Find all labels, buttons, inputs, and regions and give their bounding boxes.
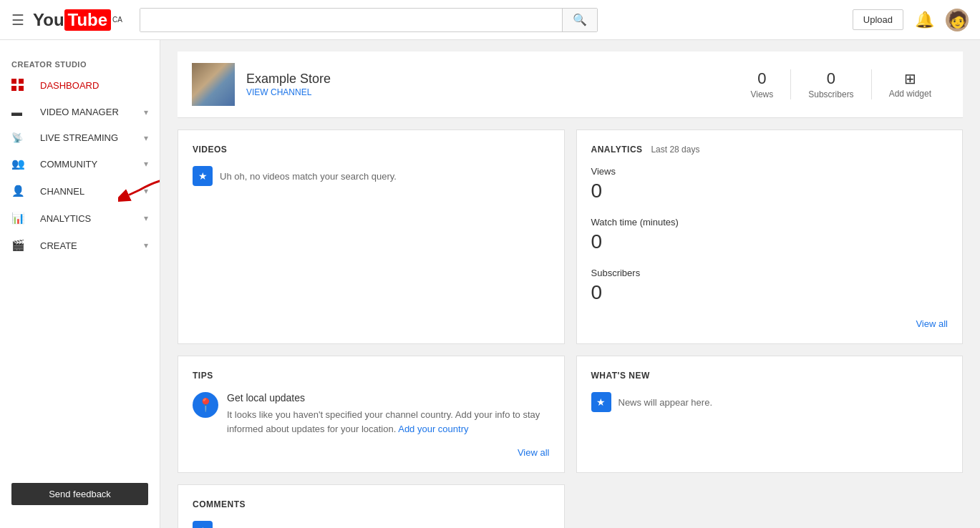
tips-avatar-icon: 📍: [193, 392, 218, 418]
dashboard-grid: VIDEOS ★ Uh oh, no videos match your sea…: [178, 129, 963, 528]
sidebar-item-create[interactable]: 🎬 CREATE ▾: [0, 232, 160, 259]
live-streaming-icon: 📡: [11, 132, 29, 143]
channel-name: Example Store: [246, 72, 733, 87]
analytics-views-value: 0: [591, 180, 949, 202]
dashboard-icon: [11, 79, 29, 92]
comments-star-icon: ★: [193, 521, 213, 528]
channel-stats: 0 Views 0 Subscribers ⊞ Add widget: [733, 69, 949, 99]
analytics-icon: 📊: [11, 212, 29, 225]
sidebar-item-community-label: COMMUNITY: [40, 159, 97, 170]
send-feedback-button[interactable]: Send feedback: [11, 483, 148, 505]
add-widget-button[interactable]: ⊞ Add widget: [872, 70, 949, 99]
tip-link[interactable]: Add your country: [398, 424, 468, 434]
views-stat: 0 Views: [733, 69, 791, 99]
sidebar-item-community[interactable]: 👥 COMMUNITY ▾: [0, 150, 160, 177]
chevron-down-icon: ▾: [144, 240, 148, 250]
views-count: 0: [750, 69, 773, 88]
views-label: Views: [750, 89, 773, 99]
comments-card-title: COMMENTS: [193, 499, 550, 509]
sidebar-item-analytics[interactable]: 📊 ANALYTICS ▾: [0, 205, 160, 232]
sidebar-item-video-manager[interactable]: ▬ VIDEO MANAGER ▾: [0, 99, 160, 125]
analytics-subscribers-stat: Subscribers 0: [591, 268, 949, 304]
whats-new-star-icon: ★: [591, 392, 611, 412]
hamburger-menu[interactable]: ☰: [11, 11, 24, 29]
add-widget-label: Add widget: [889, 89, 931, 99]
sidebar-item-create-label: CREATE: [40, 240, 77, 251]
sidebar-item-video-manager-label: VIDEO MANAGER: [40, 107, 119, 117]
subscribers-stat: 0 Subscribers: [791, 69, 871, 99]
analytics-views-stat: Views 0: [591, 166, 949, 202]
channel-icon: 👤: [11, 185, 29, 197]
whats-new-item: ★ News will appear here.: [591, 392, 949, 412]
videos-empty-message: ★ Uh oh, no videos match your search que…: [193, 166, 550, 186]
analytics-card: ANALYTICS Last 28 days Views 0 Watch tim…: [576, 129, 964, 344]
whats-new-card-title: WHAT'S NEW: [591, 371, 949, 381]
chevron-down-icon: ▾: [144, 186, 148, 196]
view-channel-link[interactable]: VIEW CHANNEL: [246, 87, 311, 97]
tips-view-all-link[interactable]: View all: [193, 447, 550, 458]
tip-title: Get local updates: [227, 392, 550, 404]
analytics-subtitle: Last 28 days: [651, 145, 699, 155]
tips-card: TIPS 📍 Get local updates It looks like y…: [178, 356, 565, 473]
community-icon: 👥: [11, 157, 29, 170]
whats-new-card: WHAT'S NEW ★ News will appear here.: [576, 356, 964, 473]
arrow-annotation: [118, 172, 160, 210]
analytics-views-label: Views: [591, 166, 949, 177]
create-icon: 🎬: [11, 239, 29, 252]
sidebar-item-channel[interactable]: 👤 CHANNEL ▾: [0, 177, 160, 205]
notifications-bell-icon[interactable]: 🔔: [915, 11, 934, 29]
analytics-watchtime-label: Watch time (minutes): [591, 217, 949, 228]
channel-info: Example Store VIEW CHANNEL: [246, 72, 733, 97]
analytics-watchtime-stat: Watch time (minutes) 0: [591, 217, 949, 253]
tips-item: 📍 Get local updates It looks like you ha…: [193, 392, 550, 436]
sidebar-item-dashboard-label: DASHBOARD: [40, 80, 99, 91]
sidebar-section-label: CREATOR STUDIO: [0, 52, 160, 72]
videos-card-title: VIDEOS: [193, 145, 550, 155]
video-manager-icon: ▬: [11, 106, 29, 118]
search-button[interactable]: 🔍: [562, 9, 597, 31]
nav-right: Upload 🔔 🧑: [853, 9, 969, 31]
user-avatar[interactable]: 🧑: [946, 9, 969, 31]
chevron-down-icon: ▾: [144, 213, 148, 223]
youtube-logo[interactable]: YouTubeCA: [33, 9, 122, 31]
channel-thumbnail: [192, 63, 235, 106]
comments-empty-text: Comments on your videos will show up her…: [220, 526, 404, 529]
chevron-down-icon: ▾: [144, 159, 148, 169]
chevron-down-icon: ▾: [144, 133, 148, 143]
tip-body: It looks like you haven't specified your…: [227, 408, 550, 436]
search-bar: 🔍: [140, 8, 598, 32]
sidebar-item-live-streaming-label: LIVE STREAMING: [40, 132, 118, 143]
search-input[interactable]: [140, 9, 562, 31]
add-widget-icon: ⊞: [889, 70, 931, 87]
analytics-watchtime-value: 0: [591, 230, 949, 253]
analytics-subscribers-label: Subscribers: [591, 268, 949, 278]
sidebar: CREATOR STUDIO DASHBOARD ▬ VIDEO MANAGER…: [0, 40, 160, 528]
comments-empty-message: ★ Comments on your videos will show up h…: [193, 521, 550, 528]
logo-ca: CA: [112, 16, 122, 24]
main-content: Example Store VIEW CHANNEL 0 Views 0 Sub…: [160, 40, 980, 528]
videos-card: VIDEOS ★ Uh oh, no videos match your sea…: [178, 129, 565, 344]
channel-header: Example Store VIEW CHANNEL 0 Views 0 Sub…: [178, 52, 963, 118]
page-layout: CREATOR STUDIO DASHBOARD ▬ VIDEO MANAGER…: [0, 40, 980, 528]
analytics-card-title: ANALYTICS Last 28 days: [591, 145, 949, 155]
star-icon: ★: [193, 166, 213, 186]
subscribers-label: Subscribers: [808, 89, 853, 99]
sidebar-item-dashboard[interactable]: DASHBOARD: [0, 72, 160, 99]
analytics-subscribers-value: 0: [591, 281, 949, 304]
sidebar-item-channel-label: CHANNEL: [40, 186, 84, 197]
subscribers-count: 0: [808, 69, 853, 88]
top-navigation: ☰ YouTubeCA 🔍 Upload 🔔 🧑: [0, 0, 980, 40]
sidebar-item-analytics-label: ANALYTICS: [40, 213, 91, 224]
tips-content: Get local updates It looks like you have…: [227, 392, 550, 436]
whats-new-message: News will appear here.: [618, 397, 713, 408]
tips-card-title: TIPS: [193, 371, 550, 381]
comments-card: COMMENTS ★ Comments on your videos will …: [178, 484, 565, 528]
chevron-down-icon: ▾: [144, 107, 148, 117]
sidebar-item-live-streaming[interactable]: 📡 LIVE STREAMING ▾: [0, 125, 160, 150]
upload-button[interactable]: Upload: [853, 9, 903, 30]
analytics-view-all-link[interactable]: View all: [591, 318, 949, 329]
videos-empty-text: Uh oh, no videos match your search query…: [220, 171, 397, 182]
